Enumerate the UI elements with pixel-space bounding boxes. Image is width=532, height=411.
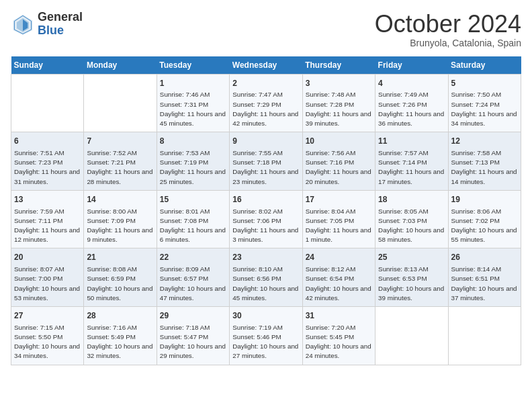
day-number: 17 [306,194,372,205]
calendar-body: 1Sunrise: 7:46 AM Sunset: 7:31 PM Daylig… [11,74,521,365]
calendar-week-row: 27Sunrise: 7:15 AM Sunset: 5:50 PM Dayli… [11,307,521,365]
day-number: 11 [378,136,445,147]
calendar-cell [84,74,157,132]
weekday-header-thursday: Thursday [302,56,375,75]
logo-line1: General [38,10,83,24]
location-subtitle: Brunyola, Catalonia, Spain [375,38,521,48]
day-info: Sunrise: 8:06 AM Sunset: 7:02 PM Dayligh… [451,207,518,245]
calendar-cell: 8Sunrise: 7:53 AM Sunset: 7:19 PM Daylig… [157,132,229,191]
calendar-header-row: SundayMondayTuesdayWednesdayThursdayFrid… [11,56,521,75]
calendar-cell: 10Sunrise: 7:56 AM Sunset: 7:16 PM Dayli… [302,132,375,191]
day-number: 24 [306,252,372,263]
calendar-cell: 20Sunrise: 8:07 AM Sunset: 7:00 PM Dayli… [11,248,84,307]
day-info: Sunrise: 8:07 AM Sunset: 7:00 PM Dayligh… [14,265,81,303]
calendar-cell: 17Sunrise: 8:04 AM Sunset: 7:05 PM Dayli… [302,190,375,248]
day-number: 21 [87,252,153,263]
calendar-cell: 1Sunrise: 7:46 AM Sunset: 7:31 PM Daylig… [157,74,229,132]
day-info: Sunrise: 7:48 AM Sunset: 7:28 PM Dayligh… [306,90,372,128]
calendar-week-row: 13Sunrise: 7:59 AM Sunset: 7:11 PM Dayli… [11,190,521,248]
calendar-cell: 7Sunrise: 7:52 AM Sunset: 7:21 PM Daylig… [84,132,157,191]
calendar-cell: 6Sunrise: 7:51 AM Sunset: 7:23 PM Daylig… [11,132,84,191]
calendar-cell: 31Sunrise: 7:20 AM Sunset: 5:45 PM Dayli… [302,307,375,365]
day-info: Sunrise: 7:52 AM Sunset: 7:21 PM Dayligh… [87,148,153,187]
calendar-cell: 14Sunrise: 8:00 AM Sunset: 7:09 PM Dayli… [84,190,157,248]
calendar-cell: 28Sunrise: 7:16 AM Sunset: 5:49 PM Dayli… [84,307,157,365]
day-info: Sunrise: 7:57 AM Sunset: 7:14 PM Dayligh… [378,148,445,187]
calendar-cell: 27Sunrise: 7:15 AM Sunset: 5:50 PM Dayli… [11,307,84,365]
calendar-cell [11,74,84,132]
calendar-cell [375,307,448,365]
day-number: 14 [87,194,153,205]
day-number: 23 [232,252,299,263]
day-info: Sunrise: 7:46 AM Sunset: 7:31 PM Dayligh… [160,90,226,128]
day-info: Sunrise: 7:20 AM Sunset: 5:45 PM Dayligh… [306,323,372,361]
day-number: 4 [378,78,445,89]
day-number: 13 [14,194,81,205]
day-number: 27 [14,310,81,322]
day-number: 25 [378,252,445,263]
day-number: 22 [160,252,226,263]
day-number: 2 [232,78,299,89]
calendar-cell: 11Sunrise: 7:57 AM Sunset: 7:14 PM Dayli… [375,132,448,191]
day-info: Sunrise: 8:14 AM Sunset: 6:51 PM Dayligh… [451,265,518,303]
calendar-week-row: 1Sunrise: 7:46 AM Sunset: 7:31 PM Daylig… [11,74,521,132]
day-number: 26 [451,252,518,263]
calendar-cell: 5Sunrise: 7:50 AM Sunset: 7:24 PM Daylig… [448,74,521,132]
title-block: October 2024 Brunyola, Catalonia, Spain [375,11,521,48]
calendar-cell [448,307,521,365]
day-number: 10 [306,136,372,147]
weekday-header-wednesday: Wednesday [230,56,302,75]
calendar-cell: 13Sunrise: 7:59 AM Sunset: 7:11 PM Dayli… [11,190,84,248]
day-number: 3 [306,78,372,89]
weekday-header-tuesday: Tuesday [157,56,229,75]
weekday-header-saturday: Saturday [448,56,521,75]
calendar-cell: 2Sunrise: 7:47 AM Sunset: 7:29 PM Daylig… [230,74,302,132]
day-info: Sunrise: 7:15 AM Sunset: 5:50 PM Dayligh… [14,323,81,361]
day-info: Sunrise: 8:13 AM Sunset: 6:53 PM Dayligh… [378,265,445,303]
day-info: Sunrise: 7:59 AM Sunset: 7:11 PM Dayligh… [14,207,81,245]
day-info: Sunrise: 8:01 AM Sunset: 7:08 PM Dayligh… [160,207,226,245]
day-info: Sunrise: 7:16 AM Sunset: 5:49 PM Dayligh… [87,323,153,361]
day-info: Sunrise: 8:12 AM Sunset: 6:54 PM Dayligh… [306,265,372,303]
day-number: 16 [232,194,299,205]
day-info: Sunrise: 8:09 AM Sunset: 6:57 PM Dayligh… [160,265,226,303]
logo: General Blue [11,11,83,38]
calendar-cell: 3Sunrise: 7:48 AM Sunset: 7:28 PM Daylig… [302,74,375,132]
day-info: Sunrise: 7:19 AM Sunset: 5:46 PM Dayligh… [232,323,299,361]
day-number: 6 [14,136,81,147]
weekday-header-monday: Monday [84,56,157,75]
day-number: 20 [14,252,81,263]
logo-text: General Blue [38,11,83,38]
calendar-cell: 30Sunrise: 7:19 AM Sunset: 5:46 PM Dayli… [230,307,302,365]
day-number: 9 [232,136,299,147]
day-info: Sunrise: 7:55 AM Sunset: 7:18 PM Dayligh… [232,148,299,187]
day-info: Sunrise: 8:00 AM Sunset: 7:09 PM Dayligh… [87,207,153,245]
calendar-week-row: 20Sunrise: 8:07 AM Sunset: 7:00 PM Dayli… [11,248,521,307]
calendar-cell: 25Sunrise: 8:13 AM Sunset: 6:53 PM Dayli… [375,248,448,307]
weekday-header-sunday: Sunday [11,56,84,75]
day-info: Sunrise: 8:10 AM Sunset: 6:56 PM Dayligh… [232,265,299,303]
calendar-cell: 9Sunrise: 7:55 AM Sunset: 7:18 PM Daylig… [230,132,302,191]
weekday-header-friday: Friday [375,56,448,75]
calendar-cell: 12Sunrise: 7:58 AM Sunset: 7:13 PM Dayli… [448,132,521,191]
day-info: Sunrise: 8:08 AM Sunset: 6:59 PM Dayligh… [87,265,153,303]
day-number: 19 [451,194,518,205]
day-number: 15 [160,194,226,205]
day-number: 7 [87,136,153,147]
day-number: 28 [87,310,153,322]
day-info: Sunrise: 7:53 AM Sunset: 7:19 PM Dayligh… [160,148,226,187]
day-info: Sunrise: 7:49 AM Sunset: 7:26 PM Dayligh… [378,90,445,128]
day-info: Sunrise: 7:18 AM Sunset: 5:47 PM Dayligh… [160,323,226,361]
day-number: 8 [160,136,226,147]
calendar-cell: 26Sunrise: 8:14 AM Sunset: 6:51 PM Dayli… [448,248,521,307]
day-info: Sunrise: 7:56 AM Sunset: 7:16 PM Dayligh… [306,148,372,187]
day-number: 5 [451,78,518,89]
day-info: Sunrise: 7:58 AM Sunset: 7:13 PM Dayligh… [451,148,518,187]
calendar-cell: 18Sunrise: 8:05 AM Sunset: 7:03 PM Dayli… [375,190,448,248]
month-title: October 2024 [375,11,521,38]
day-info: Sunrise: 7:51 AM Sunset: 7:23 PM Dayligh… [14,148,81,187]
calendar-cell: 23Sunrise: 8:10 AM Sunset: 6:56 PM Dayli… [230,248,302,307]
calendar-cell: 4Sunrise: 7:49 AM Sunset: 7:26 PM Daylig… [375,74,448,132]
page-header: General Blue October 2024 Brunyola, Cata… [11,11,521,48]
day-info: Sunrise: 7:47 AM Sunset: 7:29 PM Dayligh… [232,90,299,128]
